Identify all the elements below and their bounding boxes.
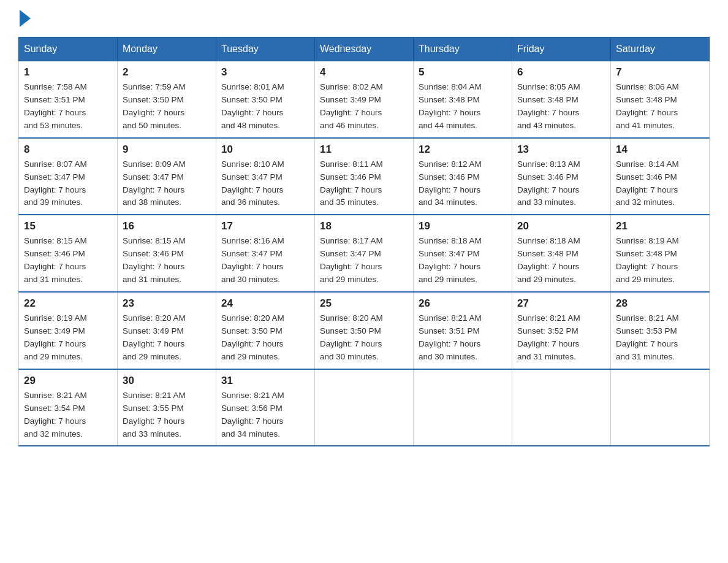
day-info: Sunrise: 8:12 AMSunset: 3:46 PMDaylight:… bbox=[419, 158, 507, 210]
calendar-cell: 1Sunrise: 7:58 AMSunset: 3:51 PMDaylight… bbox=[19, 61, 118, 138]
day-number: 22 bbox=[24, 297, 112, 310]
day-info: Sunrise: 8:21 AMSunset: 3:53 PMDaylight:… bbox=[616, 312, 704, 364]
calendar-cell bbox=[512, 369, 611, 446]
day-info: Sunrise: 8:15 AMSunset: 3:46 PMDaylight:… bbox=[123, 235, 211, 286]
calendar-cell: 30Sunrise: 8:21 AMSunset: 3:55 PMDayligh… bbox=[118, 369, 216, 446]
column-header-monday: Monday bbox=[118, 37, 216, 61]
column-header-sunday: Sunday bbox=[19, 37, 118, 61]
calendar-cell: 25Sunrise: 8:20 AMSunset: 3:50 PMDayligh… bbox=[315, 292, 414, 369]
day-info: Sunrise: 8:21 AMSunset: 3:56 PMDaylight:… bbox=[221, 389, 309, 441]
calendar-cell: 23Sunrise: 8:20 AMSunset: 3:49 PMDayligh… bbox=[118, 292, 216, 369]
calendar-cell: 2Sunrise: 7:59 AMSunset: 3:50 PMDaylight… bbox=[118, 61, 216, 138]
calendar-cell: 24Sunrise: 8:20 AMSunset: 3:50 PMDayligh… bbox=[216, 292, 315, 369]
calendar-cell: 15Sunrise: 8:15 AMSunset: 3:46 PMDayligh… bbox=[19, 215, 118, 292]
day-info: Sunrise: 8:04 AMSunset: 3:48 PMDaylight:… bbox=[419, 81, 507, 132]
logo bbox=[18, 12, 31, 27]
day-number: 13 bbox=[517, 144, 605, 156]
day-number: 6 bbox=[517, 66, 605, 79]
calendar-cell: 28Sunrise: 8:21 AMSunset: 3:53 PMDayligh… bbox=[611, 292, 710, 369]
column-header-tuesday: Tuesday bbox=[216, 37, 315, 61]
day-number: 17 bbox=[221, 220, 309, 232]
day-number: 1 bbox=[24, 66, 112, 79]
day-info: Sunrise: 8:19 AMSunset: 3:49 PMDaylight:… bbox=[24, 312, 112, 364]
calendar-cell: 22Sunrise: 8:19 AMSunset: 3:49 PMDayligh… bbox=[19, 292, 118, 369]
column-header-thursday: Thursday bbox=[414, 37, 512, 61]
calendar-cell bbox=[414, 369, 512, 446]
day-info: Sunrise: 8:20 AMSunset: 3:49 PMDaylight:… bbox=[123, 312, 211, 364]
day-info: Sunrise: 8:13 AMSunset: 3:46 PMDaylight:… bbox=[517, 158, 605, 210]
day-info: Sunrise: 8:09 AMSunset: 3:47 PMDaylight:… bbox=[123, 158, 211, 210]
day-number: 24 bbox=[221, 297, 309, 310]
calendar-week-row: 1Sunrise: 7:58 AMSunset: 3:51 PMDaylight… bbox=[19, 61, 710, 138]
calendar-cell: 13Sunrise: 8:13 AMSunset: 3:46 PMDayligh… bbox=[512, 138, 611, 215]
calendar-week-row: 8Sunrise: 8:07 AMSunset: 3:47 PMDaylight… bbox=[19, 138, 710, 215]
calendar-cell bbox=[611, 369, 710, 446]
calendar-table: SundayMondayTuesdayWednesdayThursdayFrid… bbox=[18, 37, 710, 446]
day-number: 2 bbox=[123, 66, 211, 79]
day-info: Sunrise: 8:20 AMSunset: 3:50 PMDaylight:… bbox=[221, 312, 309, 364]
day-number: 26 bbox=[419, 297, 507, 310]
day-info: Sunrise: 8:11 AMSunset: 3:46 PMDaylight:… bbox=[320, 158, 408, 210]
day-info: Sunrise: 8:21 AMSunset: 3:52 PMDaylight:… bbox=[517, 312, 605, 364]
day-info: Sunrise: 8:16 AMSunset: 3:47 PMDaylight:… bbox=[221, 235, 309, 286]
calendar-week-row: 29Sunrise: 8:21 AMSunset: 3:54 PMDayligh… bbox=[19, 369, 710, 446]
day-number: 12 bbox=[419, 144, 507, 156]
day-info: Sunrise: 8:10 AMSunset: 3:47 PMDaylight:… bbox=[221, 158, 309, 210]
calendar-cell: 6Sunrise: 8:05 AMSunset: 3:48 PMDaylight… bbox=[512, 61, 611, 138]
column-header-saturday: Saturday bbox=[611, 37, 710, 61]
calendar-cell: 31Sunrise: 8:21 AMSunset: 3:56 PMDayligh… bbox=[216, 369, 315, 446]
day-number: 7 bbox=[616, 66, 704, 79]
day-number: 28 bbox=[616, 297, 704, 310]
day-number: 18 bbox=[320, 220, 408, 232]
calendar-cell: 18Sunrise: 8:17 AMSunset: 3:47 PMDayligh… bbox=[315, 215, 414, 292]
day-number: 20 bbox=[517, 220, 605, 232]
calendar-cell: 10Sunrise: 8:10 AMSunset: 3:47 PMDayligh… bbox=[216, 138, 315, 215]
day-info: Sunrise: 8:21 AMSunset: 3:51 PMDaylight:… bbox=[419, 312, 507, 364]
calendar-week-row: 15Sunrise: 8:15 AMSunset: 3:46 PMDayligh… bbox=[19, 215, 710, 292]
day-number: 25 bbox=[320, 297, 408, 310]
calendar-cell: 4Sunrise: 8:02 AMSunset: 3:49 PMDaylight… bbox=[315, 61, 414, 138]
calendar-cell: 16Sunrise: 8:15 AMSunset: 3:46 PMDayligh… bbox=[118, 215, 216, 292]
calendar-cell: 7Sunrise: 8:06 AMSunset: 3:48 PMDaylight… bbox=[611, 61, 710, 138]
day-info: Sunrise: 8:21 AMSunset: 3:54 PMDaylight:… bbox=[24, 389, 112, 441]
day-info: Sunrise: 8:02 AMSunset: 3:49 PMDaylight:… bbox=[320, 81, 408, 132]
calendar-cell: 11Sunrise: 8:11 AMSunset: 3:46 PMDayligh… bbox=[315, 138, 414, 215]
day-number: 16 bbox=[123, 220, 211, 232]
calendar-cell: 21Sunrise: 8:19 AMSunset: 3:48 PMDayligh… bbox=[611, 215, 710, 292]
calendar-cell: 26Sunrise: 8:21 AMSunset: 3:51 PMDayligh… bbox=[414, 292, 512, 369]
logo-general bbox=[18, 12, 31, 27]
column-header-wednesday: Wednesday bbox=[315, 37, 414, 61]
calendar-header-row: SundayMondayTuesdayWednesdayThursdayFrid… bbox=[19, 37, 710, 61]
day-number: 21 bbox=[616, 220, 704, 232]
day-info: Sunrise: 8:06 AMSunset: 3:48 PMDaylight:… bbox=[616, 81, 704, 132]
day-info: Sunrise: 7:59 AMSunset: 3:50 PMDaylight:… bbox=[123, 81, 211, 132]
day-number: 19 bbox=[419, 220, 507, 232]
day-info: Sunrise: 8:17 AMSunset: 3:47 PMDaylight:… bbox=[320, 235, 408, 286]
day-number: 11 bbox=[320, 144, 408, 156]
page-header bbox=[18, 12, 710, 27]
day-info: Sunrise: 8:14 AMSunset: 3:46 PMDaylight:… bbox=[616, 158, 704, 210]
day-number: 9 bbox=[123, 144, 211, 156]
day-info: Sunrise: 8:20 AMSunset: 3:50 PMDaylight:… bbox=[320, 312, 408, 364]
calendar-week-row: 22Sunrise: 8:19 AMSunset: 3:49 PMDayligh… bbox=[19, 292, 710, 369]
calendar-cell: 29Sunrise: 8:21 AMSunset: 3:54 PMDayligh… bbox=[19, 369, 118, 446]
day-number: 8 bbox=[24, 144, 112, 156]
calendar-cell: 20Sunrise: 8:18 AMSunset: 3:48 PMDayligh… bbox=[512, 215, 611, 292]
column-header-friday: Friday bbox=[512, 37, 611, 61]
calendar-cell: 27Sunrise: 8:21 AMSunset: 3:52 PMDayligh… bbox=[512, 292, 611, 369]
calendar-cell: 17Sunrise: 8:16 AMSunset: 3:47 PMDayligh… bbox=[216, 215, 315, 292]
calendar-cell: 8Sunrise: 8:07 AMSunset: 3:47 PMDaylight… bbox=[19, 138, 118, 215]
day-info: Sunrise: 8:18 AMSunset: 3:48 PMDaylight:… bbox=[517, 235, 605, 286]
day-number: 14 bbox=[616, 144, 704, 156]
day-number: 5 bbox=[419, 66, 507, 79]
day-info: Sunrise: 8:05 AMSunset: 3:48 PMDaylight:… bbox=[517, 81, 605, 132]
calendar-cell: 9Sunrise: 8:09 AMSunset: 3:47 PMDaylight… bbox=[118, 138, 216, 215]
day-number: 15 bbox=[24, 220, 112, 232]
day-number: 27 bbox=[517, 297, 605, 310]
day-number: 23 bbox=[123, 297, 211, 310]
logo-arrow-icon bbox=[20, 10, 31, 27]
day-number: 10 bbox=[221, 144, 309, 156]
day-info: Sunrise: 8:21 AMSunset: 3:55 PMDaylight:… bbox=[123, 389, 211, 441]
calendar-cell: 3Sunrise: 8:01 AMSunset: 3:50 PMDaylight… bbox=[216, 61, 315, 138]
day-info: Sunrise: 8:19 AMSunset: 3:48 PMDaylight:… bbox=[616, 235, 704, 286]
